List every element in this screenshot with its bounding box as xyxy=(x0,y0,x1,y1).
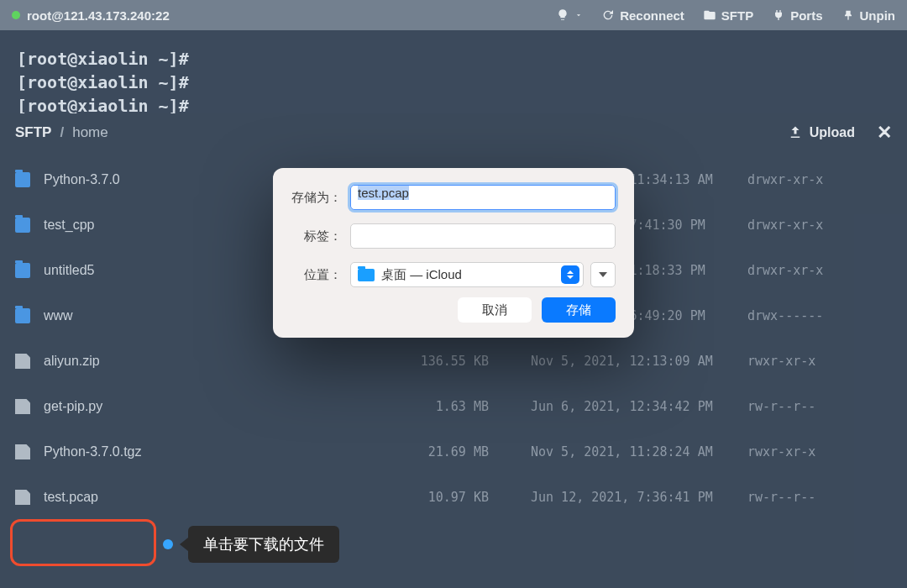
unpin-label: Unpin xyxy=(860,8,896,23)
connection-status-dot xyxy=(12,11,20,19)
sftp-button[interactable]: SFTP xyxy=(703,8,753,23)
chevron-down-icon xyxy=(574,11,583,19)
file-icon xyxy=(15,354,30,369)
expand-button[interactable] xyxy=(590,262,616,287)
file-icon xyxy=(15,490,30,505)
location-label: 位置： xyxy=(291,267,350,283)
folder-icon xyxy=(15,172,30,187)
ports-label: Ports xyxy=(790,8,822,23)
breadcrumb-home[interactable]: home xyxy=(72,124,108,141)
callout-arrow-icon xyxy=(180,538,188,551)
close-icon[interactable]: ✕ xyxy=(877,122,892,144)
plug-icon xyxy=(772,8,785,22)
sftp-label: SFTP xyxy=(721,8,753,23)
folder-icon xyxy=(15,308,30,323)
list-item[interactable]: get-pip.py 1.63 MB Jun 6, 2021, 12:34:42… xyxy=(0,384,907,429)
sftp-title: SFTP xyxy=(15,124,51,141)
tags-input[interactable] xyxy=(350,223,616,249)
sftp-header: SFTP / home Upload ✕ xyxy=(0,113,907,152)
lightbulb-icon xyxy=(556,8,569,22)
folder-icon xyxy=(358,269,375,281)
host-text: root@121.43.173.240:22 xyxy=(27,8,170,23)
list-item[interactable]: test.pcap 10.97 KB Jun 12, 2021, 7:36:41… xyxy=(0,475,907,520)
pin-icon xyxy=(841,8,855,22)
list-item[interactable]: Python-3.7.0.tgz 21.69 MB Nov 5, 2021, 1… xyxy=(0,429,907,475)
folder-open-icon xyxy=(703,8,716,22)
saveas-input[interactable]: test.pcap xyxy=(350,185,616,210)
toolbar: root@121.43.173.240:22 Reconnect SFTP Po… xyxy=(0,0,907,30)
upload-icon xyxy=(788,125,803,140)
callout-dot-icon xyxy=(163,539,173,549)
hint-button[interactable] xyxy=(556,8,583,22)
reconnect-label: Reconnect xyxy=(620,8,684,23)
select-stepper-icon xyxy=(561,265,579,284)
list-item[interactable]: aliyun.zip 136.55 KB Nov 5, 2021, 12:13:… xyxy=(0,339,907,384)
refresh-icon xyxy=(601,8,615,22)
file-icon xyxy=(15,399,30,414)
cancel-button[interactable]: 取消 xyxy=(458,297,532,323)
callout-tooltip: 单击要下载的文件 xyxy=(163,526,339,563)
save-button[interactable]: 存储 xyxy=(542,297,616,323)
terminal[interactable]: [root@xiaolin ~]# [root@xiaolin ~]# [roo… xyxy=(0,30,907,118)
unpin-button[interactable]: Unpin xyxy=(841,8,896,23)
tags-label: 标签： xyxy=(291,228,350,244)
saveas-label: 存储为： xyxy=(291,190,350,206)
folder-icon xyxy=(15,263,30,278)
breadcrumb-separator: / xyxy=(60,124,64,141)
save-dialog: 存储为： test.pcap 标签： 位置： 桌面 — iCloud 取消 存储 xyxy=(273,168,634,338)
upload-button[interactable]: Upload xyxy=(788,125,855,140)
location-value: 桌面 — iCloud xyxy=(381,267,561,283)
callout-text: 单击要下载的文件 xyxy=(188,526,339,563)
ports-button[interactable]: Ports xyxy=(772,8,822,23)
upload-label: Upload xyxy=(810,125,855,140)
window-title: root@121.43.173.240:22 xyxy=(12,8,170,23)
file-icon xyxy=(15,444,30,459)
location-select[interactable]: 桌面 — iCloud xyxy=(350,262,584,287)
reconnect-button[interactable]: Reconnect xyxy=(601,8,684,23)
folder-icon xyxy=(15,218,30,233)
